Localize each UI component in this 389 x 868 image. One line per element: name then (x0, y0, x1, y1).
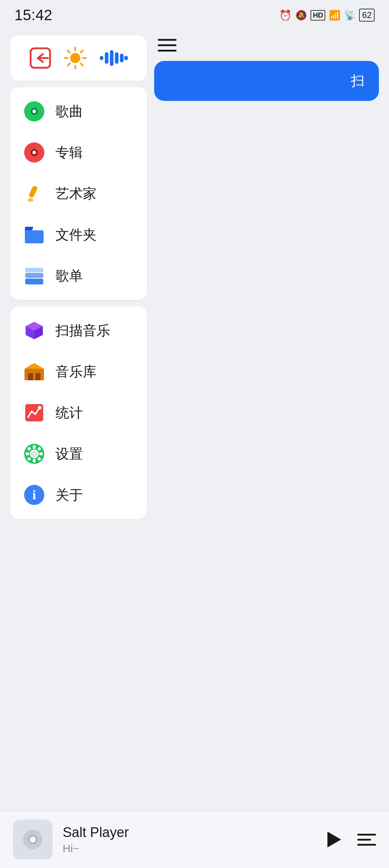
queue-line-2 (357, 839, 371, 841)
library-label: 音乐库 (55, 363, 97, 381)
queue-line-1 (357, 834, 376, 836)
nav-item-folders[interactable]: 文件夹 (10, 214, 147, 255)
settings-label: 设置 (55, 445, 83, 463)
waveform-button[interactable] (99, 49, 128, 67)
svg-rect-13 (110, 50, 113, 66)
nav-item-scan[interactable]: 扫描音乐 (10, 310, 147, 351)
folders-icon-wrap (23, 223, 45, 246)
nav-item-songs[interactable]: 歌曲 (10, 91, 147, 132)
disc-green-icon (24, 101, 44, 121)
svg-rect-25 (25, 279, 43, 284)
stats-icon (24, 403, 45, 423)
play-icon (327, 832, 341, 847)
svg-line-10 (68, 63, 70, 66)
info-icon: i (24, 485, 44, 505)
scan-label: 扫描音乐 (55, 322, 110, 340)
sun-icon (63, 46, 87, 70)
status-bar: 15:42 ⏰ 🔕 HD 📶 📡 62 (0, 0, 389, 28)
player-subtitle: Hi~ (63, 842, 310, 855)
right-panel: 扫 (154, 35, 379, 519)
nav-item-playlists[interactable]: 歌单 (10, 255, 147, 296)
svg-rect-26 (25, 273, 43, 278)
queue-button[interactable] (357, 834, 376, 846)
status-time: 15:42 (14, 6, 52, 24)
hamburger-line-2 (158, 44, 176, 46)
folders-label: 文件夹 (55, 226, 97, 244)
svg-rect-41 (33, 459, 36, 462)
wifi-icon: 📡 (344, 10, 356, 21)
svg-line-8 (81, 63, 83, 66)
warehouse-icon (23, 362, 45, 382)
nav-item-albums[interactable]: 专辑 (10, 132, 147, 173)
artists-icon-wrap (23, 182, 45, 205)
battery-icon: 62 (359, 9, 375, 22)
svg-rect-23 (28, 185, 38, 199)
cube-icon (24, 320, 44, 341)
svg-rect-35 (35, 373, 40, 380)
settings-icon-wrap (23, 443, 45, 465)
svg-rect-27 (25, 268, 43, 272)
artists-label: 艺术家 (55, 185, 97, 203)
svg-text:i: i (32, 488, 36, 502)
player-info: Salt Player Hi~ (63, 825, 310, 855)
library-icon-wrap (23, 360, 45, 383)
svg-point-37 (38, 406, 41, 409)
svg-rect-32 (24, 369, 44, 380)
alarm-icon: ⏰ (279, 9, 292, 21)
play-button[interactable] (321, 827, 346, 852)
playlists-label: 歌单 (55, 267, 83, 285)
nav-item-library[interactable]: 音乐库 (10, 351, 147, 392)
svg-point-22 (32, 151, 36, 154)
svg-rect-42 (26, 452, 29, 455)
scan-button-label: 扫 (351, 72, 365, 90)
about-label: 关于 (55, 486, 83, 504)
pen-icon (25, 184, 44, 203)
nav-item-stats[interactable]: 统计 (10, 392, 147, 433)
left-drawer: 歌曲 专辑 (10, 35, 147, 519)
sun-button[interactable] (63, 46, 87, 70)
svg-rect-12 (105, 52, 108, 64)
svg-rect-15 (120, 54, 124, 62)
hd-icon: HD (310, 10, 325, 21)
svg-rect-14 (115, 52, 119, 64)
folder-icon (23, 225, 45, 244)
disc-red-icon (24, 142, 44, 163)
scan-action-button[interactable]: 扫 (154, 61, 379, 101)
svg-rect-40 (33, 445, 36, 449)
svg-point-19 (32, 110, 36, 113)
svg-line-7 (68, 50, 70, 53)
about-icon-wrap: i (23, 484, 45, 506)
albums-label: 专辑 (55, 143, 83, 162)
songs-label: 歌曲 (55, 102, 83, 121)
svg-point-2 (70, 53, 80, 63)
hamburger-line-3 (158, 50, 176, 52)
playlists-icon-wrap (23, 265, 45, 287)
svg-rect-16 (124, 56, 128, 60)
stack-icon (24, 266, 45, 286)
player-controls (321, 827, 376, 852)
nav-item-artists[interactable]: 艺术家 (10, 173, 147, 214)
hamburger-button[interactable] (154, 35, 180, 55)
player-title: Salt Player (63, 825, 310, 840)
icon-row-card (10, 35, 147, 81)
svg-point-24 (28, 198, 33, 202)
nav-list-1: 歌曲 专辑 (10, 87, 147, 300)
return-button[interactable] (29, 47, 52, 69)
nav-item-settings[interactable]: 设置 (10, 433, 147, 474)
gear-icon (24, 444, 44, 464)
svg-rect-34 (28, 373, 33, 380)
waveform-icon (99, 49, 128, 67)
hamburger-line-1 (158, 39, 176, 41)
mute-icon: 🔕 (295, 10, 307, 21)
svg-rect-43 (39, 452, 43, 455)
album-disc-icon (23, 830, 43, 849)
scan-icon-wrap (23, 319, 45, 342)
nav-list-2: 扫描音乐 音乐库 (10, 306, 147, 519)
signal-icon: 📶 (329, 10, 340, 21)
main-layout: 歌曲 专辑 (0, 28, 389, 519)
svg-line-9 (81, 50, 83, 53)
return-icon (29, 47, 52, 69)
nav-item-about[interactable]: i 关于 (10, 474, 147, 515)
svg-marker-33 (24, 363, 44, 369)
stats-label: 统计 (55, 404, 83, 422)
